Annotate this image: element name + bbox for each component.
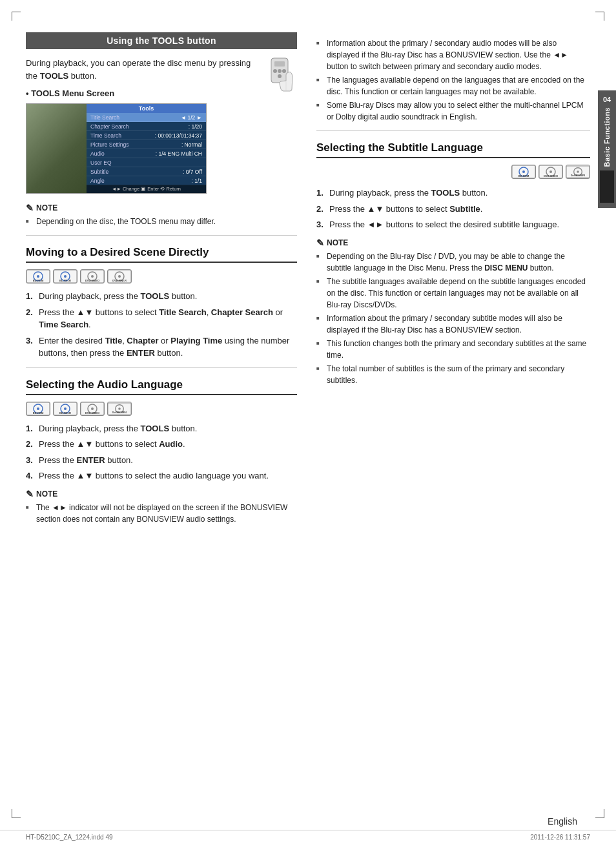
audio-step-1: 1. During playback, press the TOOLS butt… <box>26 422 297 435</box>
audio-steps: 1. During playback, press the TOOLS butt… <box>26 422 297 482</box>
svg-point-45 <box>549 170 552 173</box>
svg-point-17 <box>91 275 94 278</box>
svg-point-29 <box>64 407 67 410</box>
divider-right-1 <box>316 130 590 131</box>
moving-disc-icons: BD-ROM BD-RE/-R <box>26 269 297 283</box>
audio-step-4: 4. Press the ▲▼ buttons to select the au… <box>26 469 297 482</box>
tools-heading-box: Using the TOOLS button <box>26 32 297 49</box>
tools-note-title: ✎ NOTE <box>26 203 297 213</box>
chapter-side-tab: 04 Basic Functions <box>598 90 616 208</box>
svg-text:DivX/MKV/MP4: DivX/MKV/MP4 <box>112 411 127 414</box>
subtitle-step-2: 2. Press the ▲▼ buttons to select Subtit… <box>316 203 590 216</box>
svg-point-25 <box>37 407 39 410</box>
svg-text:BD-ROM: BD-ROM <box>33 411 44 415</box>
tools-menu-row-user-eq: User EQ <box>87 158 206 167</box>
english-label: English <box>0 816 616 827</box>
chapter-title: Basic Functions <box>602 107 611 167</box>
moving-steps: 1. During playback, press the TOOLS butt… <box>26 290 297 360</box>
subtitle-steps: 1. During playback, press the TOOLS butt… <box>316 187 590 231</box>
subtitle-step-3: 3. Press the ◄► buttons to select the de… <box>316 218 590 231</box>
right-audio-notes: Information about the primary / secondar… <box>316 37 590 123</box>
moving-step-3: 3. Enter the desired Title, Chapter or P… <box>26 335 297 360</box>
svg-point-21 <box>118 275 121 278</box>
svg-rect-1 <box>274 61 285 67</box>
intro-text-main: During playback, you can operate the dis… <box>26 58 251 81</box>
svg-point-41 <box>522 170 525 173</box>
tools-menu-screen-label: • TOOLS Menu Screen <box>26 88 297 98</box>
audio-section-heading: Selecting the Audio Language <box>26 378 297 395</box>
tools-hand-icon <box>268 57 297 92</box>
svg-point-9 <box>37 275 39 278</box>
subtitle-note-item-5: The total number of subtitles is the sum… <box>316 363 590 386</box>
tools-menu-row-angle: Angle : 1/1 <box>87 176 206 185</box>
subtitle-note-item-1: Depending on the Blu-ray Disc / DVD, you… <box>316 251 590 274</box>
svg-point-37 <box>118 407 121 410</box>
subtitle-note-item-4: This function changes both the primary a… <box>316 338 590 361</box>
svg-point-49 <box>577 170 579 173</box>
svg-text:DVD-RW/-R: DVD-RW/-R <box>112 279 127 282</box>
tools-menu-row-chapter-search: Chapter Search : 1/20 <box>87 122 206 131</box>
tools-menu-row-title-search: Title Search ◄ 1/2 ► <box>87 113 206 122</box>
svg-text:DVD-VIDEO: DVD-VIDEO <box>85 411 99 415</box>
divider-2 <box>26 367 297 368</box>
corner-mark-tr <box>595 12 604 21</box>
svg-point-4 <box>282 69 286 73</box>
tools-note-item-1: Depending on the disc, the TOOLS menu ma… <box>26 216 297 227</box>
left-column: Using the TOOLS button During <box>26 32 297 803</box>
svg-point-13 <box>64 275 67 278</box>
audio-step-2: 2. Press the ▲▼ buttons to select Audio. <box>26 438 297 451</box>
audio-note-pencil-icon: ✎ <box>26 489 34 499</box>
tools-intro: During playback, you can operate the dis… <box>26 57 297 82</box>
tools-menu-row-time-search: Time Search : 00:00:13/01:34:37 <box>87 131 206 140</box>
svg-point-5 <box>278 74 282 78</box>
disc-icon-bdre-audio: BD-RE/-R <box>53 402 77 416</box>
tools-menu-overlay: Tools Title Search ◄ 1/2 ► Chapter Searc… <box>87 104 206 193</box>
moving-step-1: 1. During playback, press the TOOLS butt… <box>26 290 297 303</box>
svg-text:BD-RE/-R: BD-RE/-R <box>59 279 71 282</box>
disc-icon-bdrom-audio: BD-ROM <box>26 402 50 416</box>
svg-text:BD-RE/-R: BD-RE/-R <box>59 411 71 415</box>
menu-background <box>26 104 91 193</box>
disc-icon-bdrom-subtitle: BD-ROM <box>511 165 536 179</box>
page-container: 04 Basic Functions Using the TOOLS butto… <box>0 0 616 844</box>
side-tab-bar <box>600 170 614 203</box>
svg-point-2 <box>278 69 282 73</box>
subtitle-section-heading: Selecting the Subtitle Language <box>316 141 590 158</box>
tools-heading-text: Using the TOOLS button <box>107 36 216 46</box>
svg-text:BD-ROM: BD-ROM <box>33 279 44 282</box>
right-audio-note-2: The languages available depend on the la… <box>316 74 590 98</box>
svg-text:DVD-VIDEO: DVD-VIDEO <box>85 279 99 282</box>
subtitle-step-1: 1. During playback, press the TOOLS butt… <box>316 187 590 200</box>
disc-icon-divx-subtitle: DivX/MKV/MP4 <box>566 165 590 179</box>
tools-note-section: ✎ NOTE Depending on the disc, the TOOLS … <box>26 203 297 227</box>
svg-text:DVD-VIDEO: DVD-VIDEO <box>544 174 558 178</box>
tools-menu-row-subtitle: Subtitle : 0/7 Off <box>87 167 206 176</box>
audio-note-item-1: The ◄► indicator will not be displayed o… <box>26 502 297 525</box>
tools-menu-row-audio: Audio : 1/4 ENG Multi CH <box>87 149 206 158</box>
svg-point-3 <box>273 69 277 73</box>
chapter-number: 04 <box>603 96 611 103</box>
svg-point-33 <box>91 407 94 410</box>
disc-icon-dvdrw: DVD-RW/-R <box>107 269 132 283</box>
tools-menu-screen: Tools Title Search ◄ 1/2 ► Chapter Searc… <box>26 103 207 194</box>
subtitle-note-section: ✎ NOTE Depending on the Blu-ray Disc / D… <box>316 238 590 386</box>
subtitle-note-title: ✎ NOTE <box>316 238 590 248</box>
audio-note-section: ✎ NOTE The ◄► indicator will not be disp… <box>26 489 297 525</box>
disc-icon-dvd-audio: DVD-VIDEO <box>80 402 105 416</box>
moving-step-2: 2. Press the ▲▼ buttons to select Title … <box>26 306 297 331</box>
tools-menu-row-picture: Picture Settings : Normal <box>87 140 206 149</box>
subtitle-note-pencil-icon: ✎ <box>316 238 324 248</box>
right-audio-note-1: Information about the primary / secondar… <box>316 37 590 72</box>
subtitle-note-item-3: Information about the primary / secondar… <box>316 313 590 336</box>
right-column: Information about the primary / secondar… <box>316 32 590 803</box>
content-area: Using the TOOLS button During <box>0 19 616 816</box>
corner-mark-br <box>595 809 604 818</box>
svg-text:BD-ROM: BD-ROM <box>518 174 529 178</box>
page-footer: HT-D5210C_ZA_1224.indd 49 2011-12-26 11:… <box>0 830 616 844</box>
svg-text:DivX/MKV/MP4: DivX/MKV/MP4 <box>571 174 585 177</box>
disc-icon-dvd: DVD-VIDEO <box>80 269 105 283</box>
disc-icon-bdrom: BD-ROM <box>26 269 50 283</box>
footer-right: 2011-12-26 11:31:57 <box>530 834 590 841</box>
subtitle-note-item-2: The subtitle languages available depend … <box>316 276 590 311</box>
moving-section-heading: Moving to a Desired Scene Directly <box>26 246 297 263</box>
